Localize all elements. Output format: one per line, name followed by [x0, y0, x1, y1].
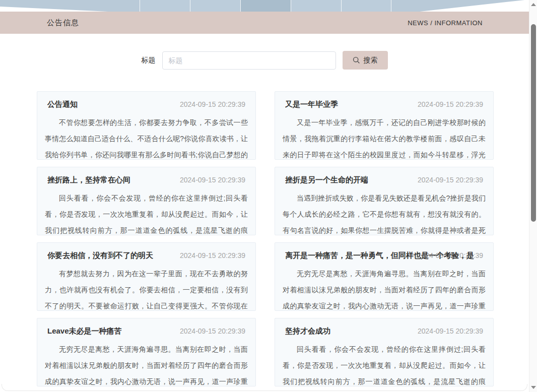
announcement-card-head: 2024-09-15 20:29:39 挫折路上，坚持常在心间	[37, 175, 255, 186]
announcement-excerpt: 又是一年毕业季，感慨万千，还记的自己刚进学校那时候的情景，我拖着沉重的行李箱站在…	[275, 114, 493, 160]
announcement-card[interactable]: 2024-09-15 20:29:39 挫折路上，坚持常在心间 回头看看，你会不…	[37, 167, 256, 235]
viewport: 公告信息 NEWS / INFORMATION 标题 搜索 2024-09-15…	[0, 0, 537, 392]
announcement-excerpt: 当遇到挫折或失败，你是看见失败还是看见机会?挫折是我们每个人成长的必经之路，它不…	[275, 190, 493, 235]
top-nav	[0, 0, 529, 12]
announcement-card[interactable]: 2024-09-15 20:29:39 你要去相信，没有到不了的明天 有梦想就去…	[37, 242, 256, 311]
announcement-excerpt: 有梦想就去努力，因为在这一辈子里面，现在不去勇敢的努力，也许就再也没有机会了。你…	[37, 266, 255, 311]
announcement-card[interactable]: 2024-09-15 20:29:39 Leave未必是一种痛苦 无穷无尽是离愁…	[37, 318, 256, 386]
announcement-card[interactable]: 2024-09-15 20:29:39 公告通知 不管你想要怎样的生活，你都要去…	[37, 91, 256, 160]
announcement-card-head: 2024-09-15 20:29:39 Leave未必是一种痛苦	[37, 326, 255, 338]
announcement-title: Leave未必是一种痛苦	[47, 326, 245, 336]
announcement-card-head: 2024-09-15 20:29:39 你要去相信，没有到不了的明天	[37, 251, 255, 262]
nav-decor-wedge-right	[420, 0, 529, 12]
announcement-excerpt: 无穷无尽是离愁，天涯海角遍寻思。当离别在即之时，当面对着相濡以沫兄弟般的朋友时，…	[275, 266, 493, 311]
announcement-excerpt: 回头看看，你会不会发现，曾经的你在这里摔倒过;回头看看，你是否发现，一次次地重复…	[37, 190, 255, 235]
section-banner: 公告信息 NEWS / INFORMATION	[0, 12, 529, 34]
announcement-title: 挫折路上，坚持常在心间	[47, 175, 245, 185]
announcement-card-head: 2024-09-15 20:29:39 坚持才会成功	[275, 326, 493, 338]
nav-tab[interactable]	[190, 0, 240, 12]
announcement-card[interactable]: 2024-09-15 20:29:39 又是一年毕业季 又是一年毕业季，感慨万千…	[275, 91, 494, 160]
search-button-label: 搜索	[364, 56, 378, 65]
announcement-title: 你要去相信，没有到不了的明天	[47, 251, 245, 260]
page-title: 公告信息	[47, 18, 79, 28]
announcement-excerpt: 无穷无尽是离愁，天涯海角遍寻思。当离别在即之时，当面对着相濡以沫兄弟般的朋友时，…	[37, 341, 255, 386]
announcement-card-head: 2024-09-15 20:29:39 公告通知	[37, 100, 255, 111]
nav-tab[interactable]	[341, 0, 391, 12]
announcement-title: 公告通知	[47, 100, 245, 109]
search-form: 标题 搜索	[0, 51, 529, 70]
search-icon	[353, 56, 360, 64]
nav-tabs	[140, 0, 391, 12]
search-button[interactable]: 搜索	[343, 51, 388, 70]
announcement-title: 离开是一种痛苦，是一种勇气，但同样也是一个考验，是	[285, 251, 483, 260]
page-subtitle-en: NEWS / INFORMATION	[408, 19, 483, 27]
announcement-title: 坚持才会成功	[285, 326, 483, 336]
announcement-card[interactable]: 2024-09-15 20:29:39 离开是一种痛苦，是一种勇气，但同样也是一…	[275, 242, 494, 311]
announcement-card-head: 2024-09-15 20:29:39 挫折是另一个生命的开端	[275, 175, 493, 186]
search-field-label: 标题	[142, 56, 156, 65]
nav-tab[interactable]	[291, 0, 341, 12]
nav-decor-wedge-left	[0, 0, 108, 12]
page: 公告信息 NEWS / INFORMATION 标题 搜索 2024-09-15…	[0, 0, 529, 392]
scroll-up-arrow-icon[interactable]	[531, 3, 536, 7]
scroll-down-arrow-icon[interactable]	[531, 385, 536, 389]
vertical-scrollbar[interactable]	[529, 0, 537, 392]
announcement-excerpt: 不管你想要怎样的生活，你都要去努力争取，不多尝试一些事情怎么知道自己适合什么、不…	[37, 114, 255, 160]
announcement-card[interactable]: 2024-09-15 20:29:39 挫折是另一个生命的开端 当遇到挫折或失败…	[275, 167, 494, 235]
nav-tab[interactable]	[240, 0, 291, 12]
scrollbar-thumb[interactable]	[531, 24, 536, 222]
nav-tab[interactable]	[140, 0, 190, 12]
announcement-title: 挫折是另一个生命的开端	[285, 175, 483, 185]
announcement-card[interactable]: 2024-09-15 20:29:39 坚持才会成功 回头看看，你会不会发现，曾…	[275, 318, 494, 386]
announcement-card-head: 2024-09-15 20:29:39 离开是一种痛苦，是一种勇气，但同样也是一…	[275, 251, 493, 262]
announcement-title: 又是一年毕业季	[285, 100, 483, 109]
announcement-list: 2024-09-15 20:29:39 公告通知 不管你想要怎样的生活，你都要去…	[0, 91, 529, 386]
announcement-excerpt: 回头看看，你会不会发现，曾经的你在这里摔倒过;回头看看，你是否发现，一次次地重复…	[275, 341, 493, 386]
announcement-card-head: 2024-09-15 20:29:39 又是一年毕业季	[275, 100, 493, 111]
search-input[interactable]	[162, 51, 336, 70]
